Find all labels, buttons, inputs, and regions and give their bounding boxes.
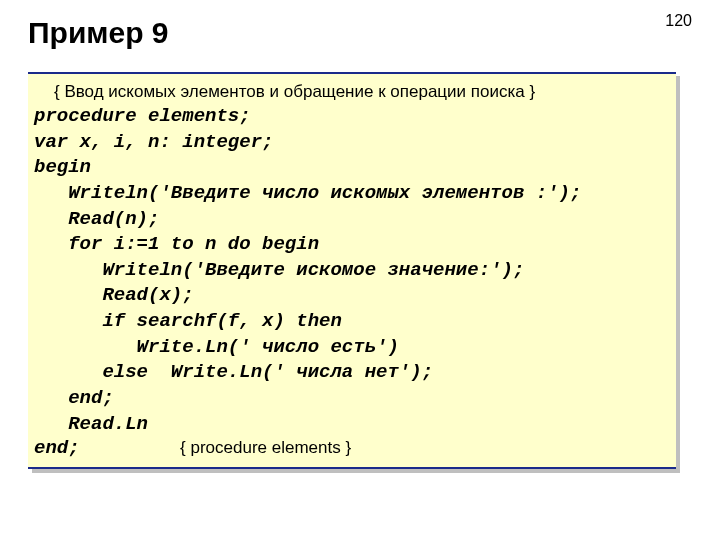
- code-comment-bottom: { procedure elements }: [180, 438, 351, 457]
- page-title: Пример 9: [28, 16, 169, 50]
- code-block: { Ввод искомых элементов и обращение к о…: [28, 72, 676, 469]
- page-number: 120: [665, 12, 692, 30]
- code-body: procedure elements; var x, i, n: integer…: [34, 104, 670, 437]
- code-last-line: end; { procedure elements }: [34, 437, 670, 459]
- code-comment-top: { Ввод искомых элементов и обращение к о…: [54, 82, 670, 102]
- code-end-keyword: end;: [34, 437, 80, 459]
